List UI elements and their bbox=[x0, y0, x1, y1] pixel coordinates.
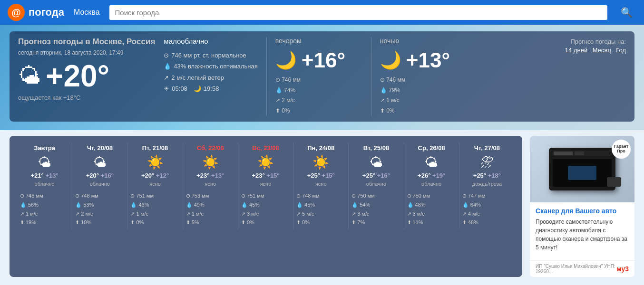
ad-image: ГарантПро bbox=[530, 136, 634, 202]
forecast-day[interactable]: Сб, 22/08 ☀️ +23° +13° ясно ⊙ 753 мм 💧 4… bbox=[183, 142, 238, 229]
forecast-day[interactable]: Вс, 23/08 ☀️ +23° +15° ясно ⊙ 751 мм 💧 4… bbox=[238, 142, 293, 229]
night-icon: 🌙 bbox=[380, 50, 401, 70]
day-icon: 🌤 bbox=[75, 154, 124, 170]
day-temps: +20° +16° bbox=[75, 172, 124, 179]
current-stats: ⊙746 мм рт. ст. нормальное 💧43% влажност… bbox=[164, 50, 257, 95]
current-subtitle: сегодня вторник, 18 августа 2020, 17:49 bbox=[18, 49, 155, 56]
stat-precip: 0% bbox=[302, 218, 310, 227]
day-temps: +21° +13° bbox=[20, 172, 69, 179]
stat-pressure-icon: ⊙ bbox=[20, 191, 24, 200]
day-icon: ⛈ bbox=[462, 154, 512, 170]
link-year[interactable]: Год bbox=[616, 47, 626, 54]
current-weather-icon: 🌤 bbox=[18, 65, 41, 87]
link-14-days[interactable]: 14 дней bbox=[565, 47, 587, 54]
stat-pressure-icon: ⊙ bbox=[130, 191, 135, 200]
day-hi: +23° bbox=[196, 172, 209, 179]
forecast-nav-label: Прогноз погоды на: bbox=[570, 38, 626, 45]
day-label: Сб, 22/08 bbox=[186, 144, 235, 152]
stat-precip-icon: ⬆ bbox=[241, 218, 245, 227]
stat-precip-icon: ⬆ bbox=[75, 218, 79, 227]
sunset-icon: 🌙 bbox=[194, 83, 201, 94]
stat-precip-icon: ⬆ bbox=[296, 218, 301, 227]
sunrise-value: 05:08 bbox=[172, 83, 187, 94]
day-icon: 🌤 bbox=[20, 154, 69, 170]
stat-humidity-icon: 💧 bbox=[186, 200, 193, 209]
search-button[interactable]: 🔍 bbox=[617, 5, 636, 20]
eve-wind: 2 м/с bbox=[282, 97, 295, 104]
stat-wind-icon: ↗ bbox=[296, 209, 301, 218]
ad-title[interactable]: Сканер для Вашего авто bbox=[536, 207, 629, 215]
day-lo: +15° bbox=[266, 172, 279, 179]
stat-wind-icon: ↗ bbox=[407, 209, 411, 218]
night-label: ночью bbox=[380, 37, 467, 45]
stat-humidity: 56% bbox=[28, 200, 39, 209]
stat-precip-icon: ⬆ bbox=[351, 218, 356, 227]
stat-humidity: 46% bbox=[138, 200, 149, 209]
stat-wind-icon: ↗ bbox=[186, 209, 190, 218]
condition-label: малооблачно bbox=[164, 37, 257, 45]
main-content: Завтра 🌤 +21° +13° облачно ⊙ 746 мм 💧 56… bbox=[0, 130, 644, 283]
stat-wind: 1 м/с bbox=[136, 209, 148, 218]
stat-wind-icon: ↗ bbox=[462, 209, 467, 218]
stat-wind-icon: ↗ bbox=[351, 209, 356, 218]
ad-device-image bbox=[549, 148, 615, 190]
link-month[interactable]: Месяц bbox=[593, 47, 611, 54]
pressure-icon: ⊙ bbox=[164, 50, 169, 61]
stat-wind: 1 м/с bbox=[26, 209, 38, 218]
forecast-grid: Завтра 🌤 +21° +13° облачно ⊙ 746 мм 💧 56… bbox=[17, 142, 515, 229]
ngt-humidity: 79% bbox=[389, 87, 400, 94]
day-label: Завтра bbox=[20, 144, 69, 152]
day-hi: +21° bbox=[31, 172, 44, 179]
stat-pressure: 748 мм bbox=[302, 191, 320, 200]
day-stats: ⊙ 748 мм 💧 53% ↗ 2 м/с ⬆ 10% bbox=[75, 191, 124, 227]
stat-wind: 5 м/с bbox=[302, 209, 314, 218]
forecast-day[interactable]: Чт, 27/08 ⛈ +25° +18° дождь/гроза ⊙ 747 … bbox=[459, 142, 515, 229]
stat-precip: 11% bbox=[413, 218, 423, 227]
day-hi: +20° bbox=[86, 172, 99, 179]
night-details: ⊙ 746 мм 💧 79% ↗ 1 м/с ⬆ 0% bbox=[380, 75, 467, 116]
day-lo: +12° bbox=[156, 172, 169, 179]
day-icon: 🌤 bbox=[351, 154, 400, 170]
day-stats: ⊙ 747 мм 💧 64% ↗ 4 м/с ⬆ 48% bbox=[462, 191, 512, 227]
logo[interactable]: @ погода bbox=[8, 4, 64, 21]
forecast-day[interactable]: Завтра 🌤 +21° +13° облачно ⊙ 746 мм 💧 56… bbox=[17, 142, 72, 229]
stat-humidity: 53% bbox=[83, 200, 94, 209]
day-stats: ⊙ 750 мм 💧 54% ↗ 3 м/с ⬆ 7% bbox=[351, 191, 400, 227]
stat-pressure: 746 мм bbox=[26, 191, 43, 200]
day-label: Чт, 20/08 bbox=[75, 144, 124, 152]
ad-content: Сканер для Вашего авто Проводите самосто… bbox=[530, 202, 634, 260]
day-temps: +23° +13° bbox=[186, 172, 235, 179]
hero-section: Прогноз погоды в Москве, Россия сегодня … bbox=[0, 25, 644, 130]
eve-humidity: 74% bbox=[284, 87, 295, 94]
night-temp: +13° bbox=[406, 48, 450, 72]
day-icon: ☀️ bbox=[241, 154, 290, 170]
search-input[interactable] bbox=[109, 5, 607, 20]
forecast-day[interactable]: Вт, 25/08 🌤 +25° +16° облачно ⊙ 750 мм 💧… bbox=[349, 142, 404, 229]
day-label: Ср, 26/08 bbox=[407, 144, 456, 152]
forecast-panel: Завтра 🌤 +21° +13° облачно ⊙ 746 мм 💧 56… bbox=[10, 136, 522, 277]
day-condition: облачно bbox=[75, 181, 124, 189]
stat-precip: 0% bbox=[136, 218, 144, 227]
stat-humidity-icon: 💧 bbox=[75, 200, 82, 209]
stat-pressure: 750 мм bbox=[413, 191, 430, 200]
forecast-day[interactable]: Пт, 21/08 ☀️ +20° +12° ясно ⊙ 751 мм 💧 4… bbox=[127, 142, 183, 229]
day-stats: ⊙ 746 мм 💧 56% ↗ 1 м/с ⬆ 19% bbox=[20, 191, 69, 227]
day-lo: +16° bbox=[101, 172, 114, 179]
city-link[interactable]: Москва bbox=[74, 8, 100, 17]
forecast-day[interactable]: Чт, 20/08 🌤 +20° +16° облачно ⊙ 748 мм 💧… bbox=[72, 142, 127, 229]
day-hi: +25° bbox=[473, 172, 486, 179]
stat-wind: 3 м/с bbox=[357, 209, 369, 218]
stat-pressure-icon: ⊙ bbox=[241, 191, 245, 200]
evening-icon: 🌙 bbox=[275, 50, 297, 70]
day-hi: +23° bbox=[252, 172, 264, 179]
day-label: Пн, 24/08 bbox=[296, 144, 345, 152]
stat-pressure-icon: ⊙ bbox=[186, 191, 190, 200]
night-panel: ночью 🌙 +13° ⊙ 746 мм 💧 79% ↗ 1 м/с ⬆ 0% bbox=[371, 37, 476, 116]
forecast-day[interactable]: Ср, 26/08 🌤 +26° +19° облачно ⊙ 750 мм 💧… bbox=[404, 142, 459, 229]
day-condition: облачно bbox=[407, 181, 456, 189]
wind-value: 2 м/с легкий ветер bbox=[171, 72, 224, 83]
day-icon: ☀️ bbox=[296, 154, 345, 170]
stat-precip-icon: ⬆ bbox=[130, 218, 135, 227]
stat-humidity-icon: 💧 bbox=[462, 200, 469, 209]
forecast-day[interactable]: Пн, 24/08 ☀️ +25° +15° ясно ⊙ 748 мм 💧 4… bbox=[293, 142, 349, 229]
